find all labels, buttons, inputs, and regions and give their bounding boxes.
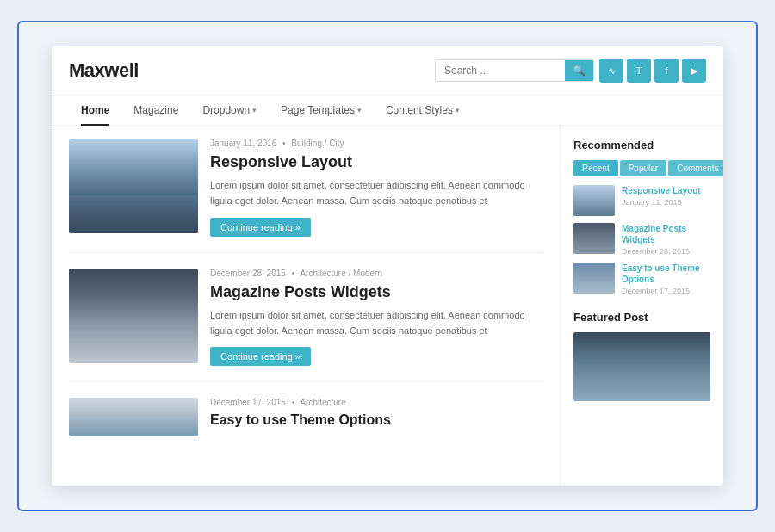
post-content-3: December 17, 2015 • Architecture Easy to… (210, 398, 542, 436)
youtube-icon[interactable]: ▶ (682, 59, 706, 83)
site-logo: Maxwell (69, 59, 139, 82)
read-more-button-2[interactable]: Continue reading » (210, 347, 311, 366)
nav-item-dropdown[interactable]: Dropdown ▾ (190, 96, 269, 125)
nav-item-page-templates[interactable]: Page Templates ▾ (269, 96, 374, 125)
site-nav: Home Magazine Dropdown ▾ Page Templates … (52, 96, 723, 126)
post-content-2: December 28, 2015 • Architecture / Moder… (210, 269, 542, 367)
post-title-2: Magazine Posts Widgets (210, 282, 542, 302)
rec-title-1[interactable]: Responsive Layout (622, 185, 701, 196)
post-thumbnail-1 (69, 139, 198, 233)
nav-item-home[interactable]: Home (69, 96, 121, 125)
table-row: December 28, 2015 • Architecture / Moder… (69, 269, 542, 383)
rec-thumbnail-1 (574, 185, 615, 216)
post-date-3: December 17, 2015 (210, 398, 286, 407)
tab-buttons: Recent Popular Comments (574, 160, 710, 176)
search-box: 🔍 (435, 59, 594, 82)
twitter-icon[interactable]: 𝕋 (627, 59, 651, 83)
dot-separator: • (292, 269, 295, 278)
tab-recent[interactable]: Recent (574, 160, 618, 176)
featured-thumbnail (574, 332, 710, 401)
tab-popular[interactable]: Popular (620, 160, 666, 176)
dot-separator: • (282, 139, 286, 148)
table-row: January 11, 2016 • Building / City Respo… (69, 139, 542, 253)
rec-content-2: Magazine Posts Widgets December 28, 2015 (622, 223, 710, 256)
social-icons: ∿ 𝕋 f ▶ (599, 59, 706, 83)
read-more-button-1[interactable]: Continue reading » (210, 218, 311, 237)
post-meta-1: January 11, 2016 • Building / City (210, 139, 542, 148)
recommended-section: Recommended Recent Popular Comments Resp… (574, 139, 710, 295)
rec-date-3: December 17, 2015 (622, 287, 710, 295)
rss-icon[interactable]: ∿ (599, 59, 623, 83)
facebook-icon[interactable]: f (654, 59, 679, 83)
post-date-2: December 28, 2015 (210, 269, 286, 278)
nav-item-magazine[interactable]: Magazine (121, 96, 190, 125)
rec-date-2: December 28, 2015 (622, 247, 710, 256)
rec-thumbnail-3 (574, 263, 615, 294)
posts-area: January 11, 2016 • Building / City Respo… (52, 126, 560, 486)
post-date-1: January 11, 2016 (210, 139, 276, 148)
sidebar: Recommended Recent Popular Comments Resp… (560, 126, 723, 486)
featured-section: Featured Post (574, 311, 710, 401)
nav-item-content-styles[interactable]: Content Styles ▾ (374, 96, 472, 125)
post-category-3: Architecture (300, 398, 345, 407)
list-item: Responsive Layout January 11, 2015 (574, 185, 710, 216)
post-excerpt-2: Lorem ipsum dolor sit amet, consectetuer… (210, 308, 542, 338)
rec-content-3: Easy to use Theme Options December 17, 2… (622, 263, 710, 295)
post-category-1: Building / City (291, 139, 344, 148)
post-title-1: Responsive Layout (210, 152, 542, 172)
recommended-title: Recommended (574, 139, 710, 152)
chevron-down-icon: ▾ (252, 106, 257, 114)
list-item: Magazine Posts Widgets December 28, 2015 (574, 223, 710, 256)
post-meta-3: December 17, 2015 • Architecture (210, 398, 542, 407)
browser-window: Maxwell 🔍 ∿ 𝕋 f ▶ Home Magazine Dropdown… (52, 46, 723, 486)
rec-content-1: Responsive Layout January 11, 2015 (622, 185, 701, 207)
rec-thumbnail-2 (574, 223, 615, 254)
outer-border: Maxwell 🔍 ∿ 𝕋 f ▶ Home Magazine Dropdown… (17, 21, 758, 511)
post-content-1: January 11, 2016 • Building / City Respo… (210, 139, 542, 237)
header-right: 🔍 ∿ 𝕋 f ▶ (435, 59, 706, 83)
featured-title: Featured Post (574, 311, 710, 324)
post-category-2: Architecture / Modern (300, 269, 382, 278)
site-header: Maxwell 🔍 ∿ 𝕋 f ▶ (52, 46, 723, 96)
dot-separator: • (292, 398, 295, 407)
list-item: Easy to use Theme Options December 17, 2… (574, 263, 710, 295)
post-thumbnail-3 (69, 398, 198, 436)
search-input[interactable] (436, 60, 565, 81)
table-row: December 17, 2015 • Architecture Easy to… (69, 398, 542, 436)
main-content: January 11, 2016 • Building / City Respo… (52, 126, 723, 486)
rec-title-2[interactable]: Magazine Posts Widgets (622, 223, 710, 245)
post-title-3: Easy to use Theme Options (210, 411, 542, 430)
chevron-down-icon: ▾ (456, 106, 460, 114)
chevron-down-icon: ▾ (357, 106, 362, 114)
rec-title-3[interactable]: Easy to use Theme Options (622, 263, 710, 285)
post-thumbnail-2 (69, 269, 198, 363)
rec-date-1: January 11, 2015 (622, 198, 701, 207)
post-meta-2: December 28, 2015 • Architecture / Moder… (210, 269, 542, 278)
post-excerpt-1: Lorem ipsum dolor sit amet, consectetuer… (210, 178, 542, 208)
search-button[interactable]: 🔍 (565, 60, 593, 81)
tab-comments[interactable]: Comments (668, 160, 723, 176)
